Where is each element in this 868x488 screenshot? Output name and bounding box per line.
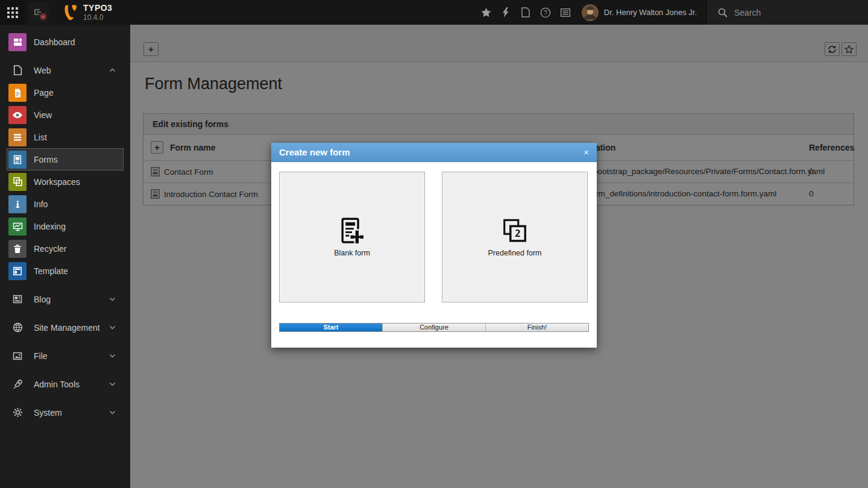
recycler-icon: [8, 240, 27, 258]
topbar: × TYPO3 10.4.0: [0, 0, 868, 25]
close-icon[interactable]: ×: [583, 148, 589, 157]
sidebar-item-label: System: [34, 408, 109, 418]
info-icon: [8, 195, 27, 213]
svg-text:?: ?: [544, 9, 548, 16]
page-icon: [8, 84, 27, 102]
chevron-up-icon: [109, 68, 116, 72]
site-icon: [8, 322, 27, 333]
modal-header: Create new form ×: [271, 143, 597, 162]
sidebar-item-page[interactable]: Page: [7, 81, 124, 104]
sidebar-item-label: Forms: [34, 155, 119, 164]
chevron-down-icon: [109, 354, 116, 358]
workspaces-icon: [8, 173, 27, 191]
sidebar-item-view[interactable]: View: [7, 104, 124, 126]
wizard-step-finish: Finish!: [485, 324, 588, 331]
sidebar-item-label: Web: [34, 66, 109, 75]
search-icon: [718, 8, 728, 17]
document-icon[interactable]: [516, 0, 536, 25]
option-label: Predefined form: [488, 249, 542, 257]
sidebar-item-system[interactable]: System: [7, 401, 124, 424]
sidebar-item-label: Blog: [34, 295, 109, 304]
sidebar-item-admin-tools[interactable]: Admin Tools: [7, 373, 124, 395]
sidebar-item-label: View: [34, 110, 119, 120]
search-input[interactable]: Search: [706, 0, 868, 25]
sidebar-item-blog[interactable]: Blog: [7, 288, 124, 310]
sidebar-item-list[interactable]: List: [7, 126, 124, 148]
sidebar-item-label: Indexing: [34, 222, 119, 231]
sidebar-item-info[interactable]: Info: [7, 193, 124, 215]
file-icon: [8, 352, 27, 360]
apps-grid-icon: [7, 7, 18, 18]
sidebar-item-label: File: [34, 351, 109, 361]
bolt-icon[interactable]: [496, 0, 516, 25]
modal-title: Create new form: [279, 147, 350, 157]
sidebar-item-workspaces[interactable]: Workspaces: [7, 170, 124, 193]
brand-name: TYPO3: [83, 3, 112, 13]
avatar: [582, 4, 599, 21]
module-sidebar: DashboardWebPageViewListFormsWorkspacesI…: [0, 25, 130, 488]
create-new-form-modal: Create new form × Blank form: [271, 143, 597, 348]
sidebar-item-label: Template: [34, 266, 119, 276]
chevron-down-icon: [109, 297, 116, 301]
sidebar-item-label: Site Management: [34, 323, 109, 333]
indexing-icon: [8, 217, 27, 236]
chevron-down-icon: [109, 382, 116, 386]
sidebar-item-template[interactable]: Template: [7, 260, 124, 282]
wizard-step-start: Start: [280, 324, 382, 331]
typo3-backend: × TYPO3 10.4.0: [0, 0, 868, 488]
chevron-down-icon: [109, 410, 116, 414]
sidebar-item-site-management[interactable]: Site Management: [7, 316, 124, 339]
sidebar-item-label: List: [34, 133, 119, 142]
list-menu-icon[interactable]: [556, 0, 576, 25]
sidebar-item-file[interactable]: File: [7, 345, 124, 367]
sidebar-item-web[interactable]: Web: [7, 59, 124, 81]
web-icon: [8, 65, 27, 75]
template-icon: [8, 262, 27, 280]
forms-icon: [8, 151, 27, 169]
wizard-step-configure: Configure: [382, 324, 485, 331]
typo3-logo[interactable]: TYPO3 10.4.0: [62, 3, 112, 22]
wizard-progress: Start Configure Finish!: [279, 323, 589, 332]
error-badge-icon: ×: [40, 13, 46, 20]
sidebar-item-recycler[interactable]: Recycler: [7, 237, 124, 260]
option-label: Blank form: [334, 249, 370, 257]
sidebar-item-label: Page: [34, 88, 119, 98]
blank-form-icon: [338, 217, 366, 245]
chevron-down-icon: [109, 325, 116, 330]
user-menu[interactable]: Dr. Henry Walton Jones Jr.: [576, 0, 706, 25]
modules-grid-button[interactable]: [0, 0, 25, 25]
blank-form-option[interactable]: Blank form: [279, 172, 425, 302]
sidebar-item-label: Workspaces: [34, 177, 119, 187]
view-icon: [8, 106, 27, 124]
predefined-form-icon: 2: [501, 217, 529, 245]
bookmark-star-icon[interactable]: [476, 0, 496, 25]
sidebar-item-indexing[interactable]: Indexing: [7, 215, 124, 237]
brand-version: 10.4.0: [83, 13, 112, 22]
list-icon: [8, 128, 27, 146]
sidebar-item-label: Info: [34, 199, 119, 209]
typo3-shield-icon: [62, 4, 78, 20]
dashboard-icon: [8, 33, 27, 51]
sidebar-item-label: Dashboard: [34, 37, 119, 47]
admintools-icon: [8, 379, 27, 389]
search-placeholder: Search: [734, 8, 761, 17]
svg-text:2: 2: [515, 228, 521, 239]
user-name: Dr. Henry Walton Jones Jr.: [604, 8, 697, 17]
predefined-form-option[interactable]: 2 Predefined form: [442, 172, 588, 302]
help-icon[interactable]: ?: [536, 0, 556, 25]
sidebar-item-label: Recycler: [34, 244, 119, 254]
pagetree-toggle-button[interactable]: ×: [28, 2, 49, 23]
blog-icon: [8, 295, 27, 304]
sidebar-item-forms[interactable]: Forms: [7, 148, 124, 170]
sidebar-item-label: Admin Tools: [34, 380, 109, 389]
system-icon: [8, 407, 27, 418]
sidebar-item-dashboard[interactable]: Dashboard: [7, 31, 124, 53]
